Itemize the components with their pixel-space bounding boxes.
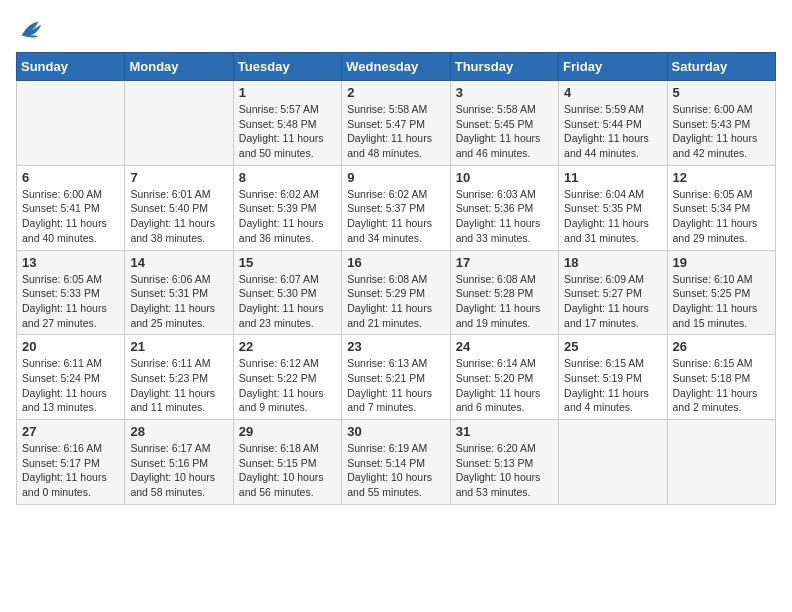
day-number: 9 <box>347 170 444 185</box>
day-info: Sunrise: 6:05 AM Sunset: 5:34 PM Dayligh… <box>673 187 770 246</box>
day-number: 23 <box>347 339 444 354</box>
day-number: 28 <box>130 424 227 439</box>
calendar-cell: 7Sunrise: 6:01 AM Sunset: 5:40 PM Daylig… <box>125 165 233 250</box>
day-number: 14 <box>130 255 227 270</box>
calendar-cell: 6Sunrise: 6:00 AM Sunset: 5:41 PM Daylig… <box>17 165 125 250</box>
calendar-cell: 2Sunrise: 5:58 AM Sunset: 5:47 PM Daylig… <box>342 81 450 166</box>
calendar-cell <box>17 81 125 166</box>
calendar-cell: 5Sunrise: 6:00 AM Sunset: 5:43 PM Daylig… <box>667 81 775 166</box>
day-info: Sunrise: 6:16 AM Sunset: 5:17 PM Dayligh… <box>22 441 119 500</box>
calendar-cell: 21Sunrise: 6:11 AM Sunset: 5:23 PM Dayli… <box>125 335 233 420</box>
day-info: Sunrise: 6:20 AM Sunset: 5:13 PM Dayligh… <box>456 441 553 500</box>
calendar-cell: 27Sunrise: 6:16 AM Sunset: 5:17 PM Dayli… <box>17 420 125 505</box>
day-number: 3 <box>456 85 553 100</box>
day-info: Sunrise: 6:08 AM Sunset: 5:28 PM Dayligh… <box>456 272 553 331</box>
calendar-cell: 8Sunrise: 6:02 AM Sunset: 5:39 PM Daylig… <box>233 165 341 250</box>
day-number: 15 <box>239 255 336 270</box>
day-number: 6 <box>22 170 119 185</box>
calendar-cell: 11Sunrise: 6:04 AM Sunset: 5:35 PM Dayli… <box>559 165 667 250</box>
day-info: Sunrise: 6:06 AM Sunset: 5:31 PM Dayligh… <box>130 272 227 331</box>
calendar-cell: 28Sunrise: 6:17 AM Sunset: 5:16 PM Dayli… <box>125 420 233 505</box>
day-info: Sunrise: 6:00 AM Sunset: 5:41 PM Dayligh… <box>22 187 119 246</box>
calendar-cell: 24Sunrise: 6:14 AM Sunset: 5:20 PM Dayli… <box>450 335 558 420</box>
calendar-cell: 14Sunrise: 6:06 AM Sunset: 5:31 PM Dayli… <box>125 250 233 335</box>
calendar-cell: 23Sunrise: 6:13 AM Sunset: 5:21 PM Dayli… <box>342 335 450 420</box>
day-number: 16 <box>347 255 444 270</box>
day-info: Sunrise: 6:08 AM Sunset: 5:29 PM Dayligh… <box>347 272 444 331</box>
calendar-cell: 12Sunrise: 6:05 AM Sunset: 5:34 PM Dayli… <box>667 165 775 250</box>
day-number: 17 <box>456 255 553 270</box>
day-number: 1 <box>239 85 336 100</box>
day-info: Sunrise: 6:13 AM Sunset: 5:21 PM Dayligh… <box>347 356 444 415</box>
calendar-week-row: 1Sunrise: 5:57 AM Sunset: 5:48 PM Daylig… <box>17 81 776 166</box>
day-info: Sunrise: 6:17 AM Sunset: 5:16 PM Dayligh… <box>130 441 227 500</box>
calendar-cell: 1Sunrise: 5:57 AM Sunset: 5:48 PM Daylig… <box>233 81 341 166</box>
day-number: 10 <box>456 170 553 185</box>
calendar-cell: 4Sunrise: 5:59 AM Sunset: 5:44 PM Daylig… <box>559 81 667 166</box>
day-number: 4 <box>564 85 661 100</box>
day-info: Sunrise: 6:03 AM Sunset: 5:36 PM Dayligh… <box>456 187 553 246</box>
logo <box>16 16 48 44</box>
day-number: 31 <box>456 424 553 439</box>
calendar-cell <box>125 81 233 166</box>
calendar-cell <box>559 420 667 505</box>
day-info: Sunrise: 6:02 AM Sunset: 5:39 PM Dayligh… <box>239 187 336 246</box>
day-info: Sunrise: 6:00 AM Sunset: 5:43 PM Dayligh… <box>673 102 770 161</box>
day-number: 5 <box>673 85 770 100</box>
day-number: 13 <box>22 255 119 270</box>
calendar-week-row: 6Sunrise: 6:00 AM Sunset: 5:41 PM Daylig… <box>17 165 776 250</box>
day-info: Sunrise: 6:11 AM Sunset: 5:23 PM Dayligh… <box>130 356 227 415</box>
day-number: 7 <box>130 170 227 185</box>
calendar-day-header: Friday <box>559 53 667 81</box>
day-info: Sunrise: 6:19 AM Sunset: 5:14 PM Dayligh… <box>347 441 444 500</box>
day-info: Sunrise: 6:01 AM Sunset: 5:40 PM Dayligh… <box>130 187 227 246</box>
calendar-day-header: Wednesday <box>342 53 450 81</box>
day-info: Sunrise: 6:11 AM Sunset: 5:24 PM Dayligh… <box>22 356 119 415</box>
day-number: 27 <box>22 424 119 439</box>
day-info: Sunrise: 5:58 AM Sunset: 5:47 PM Dayligh… <box>347 102 444 161</box>
calendar-cell: 13Sunrise: 6:05 AM Sunset: 5:33 PM Dayli… <box>17 250 125 335</box>
day-number: 29 <box>239 424 336 439</box>
day-number: 20 <box>22 339 119 354</box>
calendar-cell: 19Sunrise: 6:10 AM Sunset: 5:25 PM Dayli… <box>667 250 775 335</box>
day-info: Sunrise: 6:15 AM Sunset: 5:19 PM Dayligh… <box>564 356 661 415</box>
calendar-cell: 20Sunrise: 6:11 AM Sunset: 5:24 PM Dayli… <box>17 335 125 420</box>
calendar-table: SundayMondayTuesdayWednesdayThursdayFrid… <box>16 52 776 505</box>
day-info: Sunrise: 6:05 AM Sunset: 5:33 PM Dayligh… <box>22 272 119 331</box>
calendar-week-row: 13Sunrise: 6:05 AM Sunset: 5:33 PM Dayli… <box>17 250 776 335</box>
calendar-cell: 30Sunrise: 6:19 AM Sunset: 5:14 PM Dayli… <box>342 420 450 505</box>
day-number: 2 <box>347 85 444 100</box>
calendar-cell: 22Sunrise: 6:12 AM Sunset: 5:22 PM Dayli… <box>233 335 341 420</box>
day-number: 26 <box>673 339 770 354</box>
day-info: Sunrise: 6:10 AM Sunset: 5:25 PM Dayligh… <box>673 272 770 331</box>
day-info: Sunrise: 6:15 AM Sunset: 5:18 PM Dayligh… <box>673 356 770 415</box>
calendar-cell: 9Sunrise: 6:02 AM Sunset: 5:37 PM Daylig… <box>342 165 450 250</box>
calendar-cell <box>667 420 775 505</box>
day-number: 19 <box>673 255 770 270</box>
calendar-cell: 18Sunrise: 6:09 AM Sunset: 5:27 PM Dayli… <box>559 250 667 335</box>
day-info: Sunrise: 6:04 AM Sunset: 5:35 PM Dayligh… <box>564 187 661 246</box>
calendar-week-row: 27Sunrise: 6:16 AM Sunset: 5:17 PM Dayli… <box>17 420 776 505</box>
calendar-header-row: SundayMondayTuesdayWednesdayThursdayFrid… <box>17 53 776 81</box>
calendar-day-header: Sunday <box>17 53 125 81</box>
day-info: Sunrise: 5:58 AM Sunset: 5:45 PM Dayligh… <box>456 102 553 161</box>
day-number: 25 <box>564 339 661 354</box>
day-number: 12 <box>673 170 770 185</box>
calendar-cell: 25Sunrise: 6:15 AM Sunset: 5:19 PM Dayli… <box>559 335 667 420</box>
calendar-day-header: Thursday <box>450 53 558 81</box>
calendar-cell: 26Sunrise: 6:15 AM Sunset: 5:18 PM Dayli… <box>667 335 775 420</box>
page-header <box>16 16 776 44</box>
day-info: Sunrise: 5:59 AM Sunset: 5:44 PM Dayligh… <box>564 102 661 161</box>
day-info: Sunrise: 5:57 AM Sunset: 5:48 PM Dayligh… <box>239 102 336 161</box>
calendar-cell: 15Sunrise: 6:07 AM Sunset: 5:30 PM Dayli… <box>233 250 341 335</box>
calendar-cell: 31Sunrise: 6:20 AM Sunset: 5:13 PM Dayli… <box>450 420 558 505</box>
day-number: 30 <box>347 424 444 439</box>
calendar-cell: 3Sunrise: 5:58 AM Sunset: 5:45 PM Daylig… <box>450 81 558 166</box>
logo-bird-icon <box>16 16 44 44</box>
calendar-week-row: 20Sunrise: 6:11 AM Sunset: 5:24 PM Dayli… <box>17 335 776 420</box>
day-number: 11 <box>564 170 661 185</box>
calendar-cell: 10Sunrise: 6:03 AM Sunset: 5:36 PM Dayli… <box>450 165 558 250</box>
calendar-day-header: Monday <box>125 53 233 81</box>
calendar-cell: 29Sunrise: 6:18 AM Sunset: 5:15 PM Dayli… <box>233 420 341 505</box>
day-info: Sunrise: 6:12 AM Sunset: 5:22 PM Dayligh… <box>239 356 336 415</box>
